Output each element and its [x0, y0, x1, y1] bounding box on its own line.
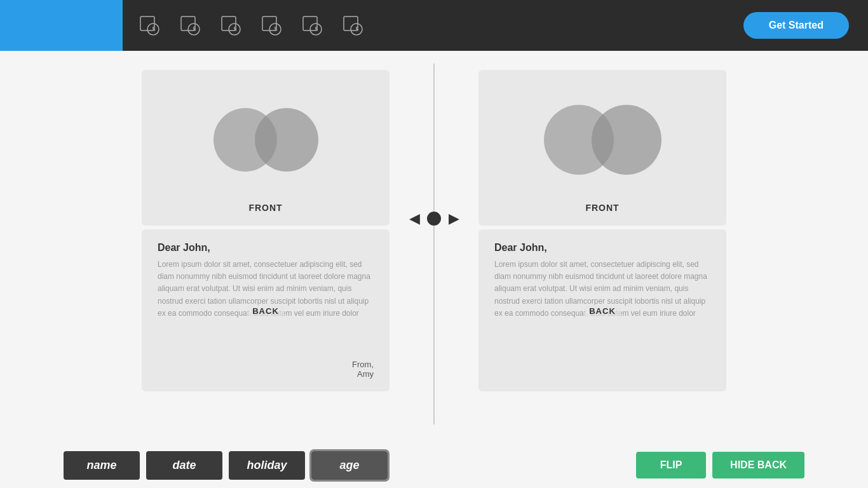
left-card-group: FRONT Dear John, Lorem ipsum dolor sit a… [129, 70, 402, 442]
tag-name-button[interactable]: name [64, 451, 140, 480]
nav-icon-5[interactable] [301, 14, 323, 37]
left-circle-right [255, 108, 318, 172]
right-front-label: FRONT [585, 203, 619, 213]
nav-controls: ◀ ▶ [405, 210, 463, 227]
cards-row: FRONT Dear John, Lorem ipsum dolor sit a… [0, 51, 868, 442]
left-circles-logo [214, 108, 318, 172]
prev-button[interactable]: ◀ [405, 210, 423, 227]
left-back-greeting: Dear John, [158, 242, 374, 254]
nav-icon-2[interactable] [179, 14, 201, 37]
top-bar: Get Started [0, 0, 868, 51]
left-back-from: From, Amy [158, 360, 374, 379]
get-started-button[interactable]: Get Started [743, 12, 849, 39]
nav-icon-6[interactable] [341, 14, 364, 37]
bottom-bar: name date holiday age FLIP HIDE BACK [0, 442, 868, 488]
nav-dot [427, 212, 441, 226]
next-button[interactable]: ▶ [445, 210, 463, 227]
left-card-image [154, 83, 377, 196]
left-card-back: Dear John, Lorem ipsum dolor sit amet, c… [142, 229, 390, 391]
hide-back-button[interactable]: HIDE BACK [712, 452, 804, 478]
right-card-front: FRONT [478, 70, 726, 226]
right-circle-right [592, 105, 661, 175]
main-content: ◀ ▶ FRONT Dear John, Lorem ipsum [0, 51, 868, 488]
left-card-front: FRONT [142, 70, 390, 226]
action-buttons: FLIP HIDE BACK [636, 452, 804, 478]
right-card-group: FRONT Dear John, Lorem ipsum dolor sit a… [466, 70, 739, 442]
tag-age-button[interactable]: age [311, 451, 388, 480]
right-card-image [491, 83, 714, 196]
nav-icon-1[interactable] [138, 14, 161, 37]
flip-button[interactable]: FLIP [636, 452, 706, 478]
right-card-back: Dear John, Lorem ipsum dolor sit amet, c… [478, 229, 726, 391]
nav-icon-4[interactable] [260, 14, 283, 37]
nav-icon-3[interactable] [219, 14, 242, 37]
top-icons [123, 14, 743, 37]
tag-buttons: name date holiday age [64, 451, 388, 480]
right-back-greeting: Dear John, [494, 242, 710, 254]
right-circles-logo [544, 105, 661, 175]
logo [0, 0, 123, 51]
left-front-label: FRONT [248, 203, 282, 213]
tag-holiday-button[interactable]: holiday [229, 451, 305, 480]
tag-date-button[interactable]: date [146, 451, 222, 480]
right-back-label: BACK [584, 304, 621, 316]
left-back-label: BACK [247, 304, 284, 316]
